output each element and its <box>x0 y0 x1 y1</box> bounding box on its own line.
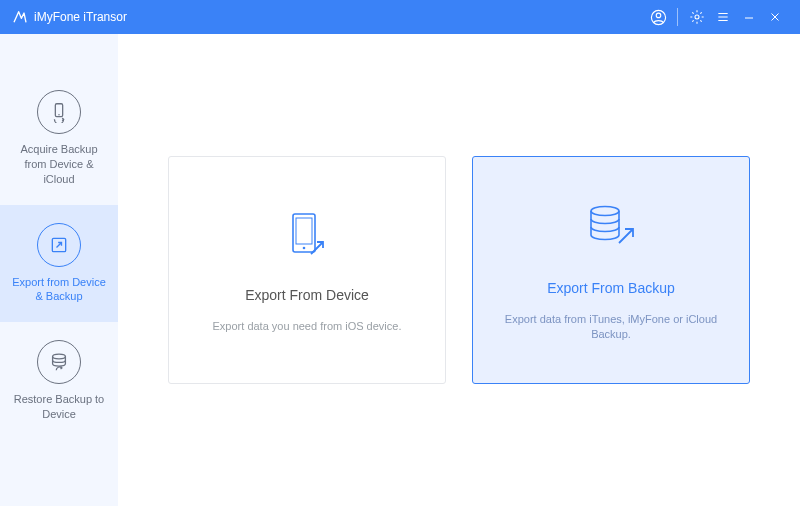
close-icon <box>769 11 781 23</box>
sidebar-item-label: Restore Backup to Device <box>9 392 109 422</box>
sidebar-item-acquire-backup[interactable]: Acquire Backup from Device & iCloud <box>0 72 118 205</box>
card-desc: Export data you need from iOS device. <box>213 319 402 334</box>
database-export-icon <box>579 198 643 260</box>
minimize-icon <box>743 11 755 23</box>
database-restore-icon <box>37 340 81 384</box>
sidebar-item-restore-backup[interactable]: Restore Backup to Device <box>0 322 118 440</box>
sidebar-item-export[interactable]: Export from Device & Backup <box>0 205 118 323</box>
titlebar: iMyFone iTransor <box>0 0 800 34</box>
card-export-device[interactable]: Export From Device Export data you need … <box>168 156 446 384</box>
phone-export-icon <box>277 205 337 267</box>
sidebar: Acquire Backup from Device & iCloud Expo… <box>0 34 118 506</box>
gear-icon <box>689 9 705 25</box>
logo-icon <box>12 9 28 25</box>
card-title: Export From Backup <box>547 280 675 296</box>
svg-point-9 <box>303 247 306 250</box>
svg-point-4 <box>58 114 59 115</box>
sidebar-item-label: Export from Device & Backup <box>9 275 109 305</box>
svg-rect-8 <box>296 218 312 244</box>
minimize-button[interactable] <box>736 4 762 30</box>
titlebar-separator <box>677 8 678 26</box>
export-icon <box>37 223 81 267</box>
content-area: Export From Device Export data you need … <box>118 34 800 506</box>
sidebar-item-label: Acquire Backup from Device & iCloud <box>9 142 109 187</box>
app-logo: iMyFone iTransor <box>12 9 127 25</box>
menu-button[interactable] <box>710 4 736 30</box>
menu-icon <box>716 10 730 24</box>
close-button[interactable] <box>762 4 788 30</box>
card-desc: Export data from iTunes, iMyFone or iClo… <box>491 312 731 343</box>
svg-point-10 <box>591 206 619 215</box>
svg-point-6 <box>53 354 66 359</box>
account-button[interactable] <box>645 4 671 30</box>
main-area: Acquire Backup from Device & iCloud Expo… <box>0 34 800 506</box>
svg-point-1 <box>656 13 661 18</box>
svg-point-2 <box>695 15 699 19</box>
settings-button[interactable] <box>684 4 710 30</box>
user-icon <box>650 9 667 26</box>
phone-refresh-icon <box>37 90 81 134</box>
app-title: iMyFone iTransor <box>34 10 127 24</box>
card-export-backup[interactable]: Export From Backup Export data from iTun… <box>472 156 750 384</box>
card-title: Export From Device <box>245 287 369 303</box>
